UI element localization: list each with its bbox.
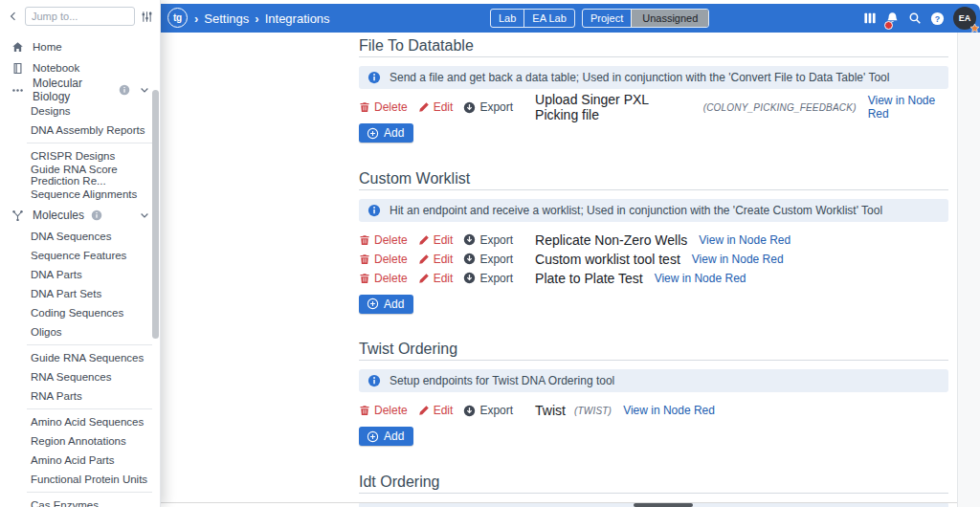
lab-switcher-value[interactable]: EA Lab: [523, 10, 573, 27]
delete-button[interactable]: Delete: [359, 233, 408, 247]
edit-button[interactable]: Edit: [418, 404, 454, 417]
sidebar-item-guide-rna-score-prediction-re[interactable]: Guide RNA Score Prediction Re...: [0, 165, 160, 185]
edit-button[interactable]: Edit: [418, 233, 454, 247]
avatar[interactable]: EA: [953, 7, 976, 30]
sidebar-item-label: Notebook: [33, 62, 79, 74]
delete-button[interactable]: Delete: [359, 253, 408, 266]
sidebar-item-designs[interactable]: Designs: [0, 101, 160, 121]
sidebar-item-functional-protein-units[interactable]: Functional Protein Units: [0, 470, 160, 489]
edit-button[interactable]: Edit: [418, 100, 454, 114]
sidebar-item-dna-part-sets[interactable]: DNA Part Sets: [0, 284, 160, 303]
sidebar-item-notebook[interactable]: Notebook: [0, 57, 160, 78]
project-switcher-label[interactable]: Project: [583, 10, 631, 27]
collapse-sidebar-icon[interactable]: [8, 11, 19, 22]
sidebar-item-amino-acid-sequences[interactable]: Amino Acid Sequences: [0, 412, 160, 431]
sidebar-item-region-annotations[interactable]: Region Annotations: [0, 431, 160, 451]
help-icon[interactable]: ?: [930, 11, 945, 26]
integration-row: Delete Edit Export Replicate Non-Zero We…: [359, 231, 948, 250]
sidebar-item-sequence-alignments[interactable]: Sequence Alignments: [0, 185, 160, 204]
sidebar-item-crispr-designs[interactable]: CRISPR Designs: [0, 146, 160, 165]
sidebar-item-rna-parts[interactable]: RNA Parts: [0, 386, 160, 406]
pencil-icon: [418, 101, 430, 113]
delete-button[interactable]: Delete: [359, 404, 408, 417]
add-button-label: Add: [384, 298, 404, 311]
sidebar-item-guide-rna-sequences[interactable]: Guide RNA Sequences: [0, 348, 160, 367]
export-icon: [463, 272, 476, 284]
chevron-down-icon[interactable]: [139, 209, 150, 221]
sidebar-item-rna-sequences[interactable]: RNA Sequences: [0, 367, 160, 386]
sidebar-item-label: RNA Parts: [31, 390, 82, 402]
sidebar-item-dna-parts[interactable]: DNA Parts: [0, 265, 160, 284]
jump-to-search-input[interactable]: [25, 7, 135, 26]
sidebar-item-label: Coding Sequences: [31, 307, 123, 319]
edit-button[interactable]: Edit: [418, 272, 454, 285]
info-icon: [368, 204, 381, 217]
columns-icon[interactable]: [863, 11, 877, 25]
sidebar-item-dna-assembly-reports[interactable]: DNA Assembly Reports: [0, 121, 160, 140]
branch-icon: [11, 209, 24, 222]
add-button[interactable]: Add: [359, 427, 413, 446]
export-button[interactable]: Export: [463, 272, 513, 285]
integration-rows: Delete Edit Export Replicate Non-Zero We…: [359, 231, 948, 288]
add-button-label: Add: [384, 430, 404, 443]
filter-settings-icon[interactable]: [141, 11, 153, 23]
trash-icon: [359, 254, 370, 265]
section-info-text: Send a file and get back a data table; U…: [390, 71, 889, 84]
lab-switcher[interactable]: Lab EA Lab: [490, 9, 575, 28]
notebook-icon: [11, 62, 24, 75]
sidebar-item-home[interactable]: Home: [0, 36, 160, 57]
horizontal-scrollbar-thumb[interactable]: [634, 503, 693, 507]
breadcrumb-separator-icon: ›: [255, 11, 258, 26]
export-button[interactable]: Export: [463, 100, 513, 114]
sidebar-item-molecular-biology[interactable]: Molecular Biology: [0, 78, 160, 101]
breadcrumb-integrations[interactable]: Integrations: [265, 11, 330, 26]
project-switcher[interactable]: Project Unassigned: [582, 9, 709, 28]
view-in-node-red-link[interactable]: View in Node Red: [699, 233, 791, 247]
search-icon[interactable]: [908, 11, 922, 25]
view-in-node-red-link[interactable]: View in Node Red: [655, 272, 746, 285]
integration-row: Delete Edit Export Custom worklist tool …: [359, 250, 948, 269]
chevron-down-icon[interactable]: [139, 84, 150, 96]
sidebar-scrollbar-thumb[interactable]: [152, 90, 159, 339]
sidebar-item-amino-acid-parts[interactable]: Amino Acid Parts: [0, 451, 160, 470]
delete-button[interactable]: Delete: [359, 272, 408, 285]
integration-name: Custom worklist tool test: [535, 252, 680, 267]
edit-button[interactable]: Edit: [418, 253, 454, 266]
view-in-node-red-link[interactable]: View in Node Red: [623, 404, 715, 417]
app-logo[interactable]: tg: [167, 8, 188, 28]
export-button[interactable]: Export: [463, 233, 513, 247]
sidebar-item-label: Cas Enzymes: [31, 499, 99, 507]
delete-button[interactable]: Delete: [359, 100, 408, 114]
sidebar-item-label: DNA Assembly Reports: [31, 124, 145, 136]
sidebar-item-label: Sequence Alignments: [31, 188, 137, 200]
sidebar-item-cas-enzymes[interactable]: Cas Enzymes: [0, 496, 160, 507]
sidebar-item-sequence-features[interactable]: Sequence Features: [0, 246, 160, 265]
integrations-page: File To Datatable Send a file and get ba…: [359, 33, 948, 507]
view-in-node-red-link[interactable]: View in Node Red: [868, 94, 948, 121]
info-icon: [119, 84, 130, 96]
notifications-bell-icon[interactable]: [885, 11, 900, 26]
sidebar-scrollbar[interactable]: [152, 33, 159, 505]
export-button[interactable]: Export: [463, 404, 513, 417]
breadcrumb-settings[interactable]: Settings: [204, 11, 249, 26]
section-title: Custom Worklist: [359, 170, 948, 190]
project-switcher-value[interactable]: Unassigned: [631, 10, 708, 27]
sidebar-item-coding-sequences[interactable]: Coding Sequences: [0, 303, 160, 322]
horizontal-scrollbar[interactable]: [161, 502, 957, 507]
view-in-node-red-link[interactable]: View in Node Red: [692, 253, 784, 266]
export-button[interactable]: Export: [463, 253, 513, 266]
add-button[interactable]: Add: [359, 295, 413, 314]
sidebar-item-label: Region Annotations: [31, 435, 126, 447]
sidebar-item-dna-sequences[interactable]: DNA Sequences: [0, 227, 160, 246]
lab-switcher-label[interactable]: Lab: [491, 10, 523, 27]
sidebar-item-label: RNA Sequences: [31, 371, 111, 383]
sidebar-item-molecules[interactable]: Molecules: [0, 204, 160, 227]
main-content: File To Datatable Send a file and get ba…: [161, 33, 957, 507]
sidebar-item-oligos[interactable]: Oligos: [0, 322, 160, 342]
add-button[interactable]: Add: [359, 123, 413, 143]
trash-icon: [359, 405, 370, 416]
vertical-scrollbar-gutter[interactable]: [957, 33, 980, 507]
section-title: File To Datatable: [359, 37, 948, 57]
export-icon: [463, 405, 476, 417]
integration-name: Twist: [535, 403, 566, 418]
